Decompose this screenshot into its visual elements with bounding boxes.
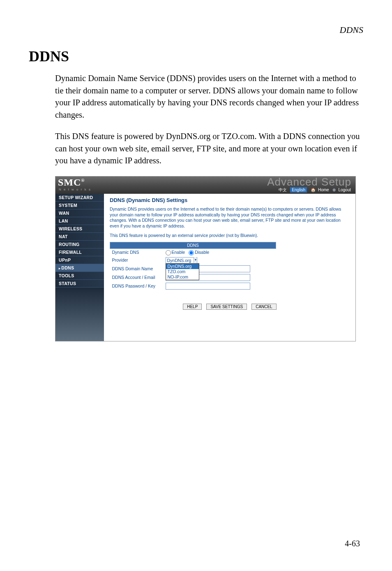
- nav-routing[interactable]: ROUTING: [55, 241, 104, 248]
- provider-option-noip[interactable]: NO-IP.com: [166, 274, 199, 280]
- provider-option-dyndns[interactable]: DynDNS.org: [166, 264, 199, 269]
- nav-wireless[interactable]: WIRELESS: [55, 225, 104, 233]
- content-note-text: This DNS feature is powered by an extern…: [110, 233, 350, 239]
- home-icon: 🏠: [311, 188, 316, 192]
- provider-selected-value: DynDNS.org: [166, 257, 198, 264]
- password-key-input[interactable]: [166, 283, 250, 290]
- nav-ddns[interactable]: DDNS: [55, 264, 104, 272]
- intro-paragraph-1: Dynamic Domain Name Service (DDNS) provi…: [55, 72, 363, 121]
- button-row: HELP SAVE SETTINGS CANCEL: [110, 304, 350, 310]
- provider-option-tzo[interactable]: TZO.com: [166, 269, 199, 274]
- disable-text: Disable: [195, 250, 209, 255]
- nav-nat[interactable]: NAT: [55, 233, 104, 241]
- enable-option[interactable]: Enable: [166, 250, 185, 255]
- brand-logo: SMC®: [58, 177, 85, 188]
- page-number: 4-63: [345, 539, 360, 548]
- running-header: DDNS: [29, 25, 363, 35]
- logout-icon: ⊗: [332, 188, 336, 192]
- nav-firewall[interactable]: FIREWALL: [55, 248, 104, 256]
- page-title: DDNS: [29, 48, 363, 65]
- lang-english-link[interactable]: English: [290, 187, 307, 193]
- nav-status[interactable]: STATUS: [55, 280, 104, 288]
- account-email-label: DDNS Account / Email: [110, 273, 164, 282]
- disable-option[interactable]: Disable: [189, 250, 209, 255]
- provider-label: Provider: [110, 256, 164, 265]
- home-link[interactable]: Home: [318, 188, 329, 192]
- nav-filler: [55, 288, 104, 341]
- nav-upnp[interactable]: UPnP: [55, 256, 104, 264]
- save-settings-button[interactable]: SAVE SETTINGS: [206, 304, 247, 310]
- nav-setup-wizard[interactable]: SETUP WIZARD: [55, 194, 104, 202]
- provider-dropdown-list: DynDNS.org TZO.com NO-IP.com: [166, 263, 199, 280]
- intro-paragraph-2: This DNS feature is powered by DynDNS.or…: [55, 130, 363, 167]
- cancel-button[interactable]: CANCEL: [251, 304, 277, 310]
- content-heading: DDNS (Dynamic DNS) Settings: [110, 197, 350, 204]
- brand-subtext: N e t w o r k s: [59, 188, 91, 191]
- sidebar-nav: SETUP WIZARD SYSTEM WAN LAN WIRELESS NAT…: [55, 194, 104, 341]
- logout-link[interactable]: Logout: [338, 188, 351, 192]
- enable-text: Enable: [172, 250, 185, 255]
- content-intro-text: Dynamic DNS provides users on the Intern…: [110, 207, 350, 229]
- router-header: SMC® N e t w o r k s Advanced Setup 中文 E…: [55, 176, 355, 194]
- content-pane: DDNS (Dynamic DNS) Settings Dynamic DNS …: [104, 194, 355, 341]
- nav-system[interactable]: SYSTEM: [55, 202, 104, 209]
- top-link-bar: 中文 English 🏠Home ⊗Logout: [277, 187, 352, 193]
- nav-wan[interactable]: WAN: [55, 209, 104, 217]
- password-key-label: DDNS Password / Key: [110, 282, 164, 290]
- help-button[interactable]: HELP: [183, 304, 202, 310]
- lang-chinese-link[interactable]: 中文: [279, 188, 287, 192]
- nav-lan[interactable]: LAN: [55, 217, 104, 225]
- ddns-settings-table: DDNS Dynamic DNS Enable Disable Provider…: [110, 242, 276, 290]
- disable-radio[interactable]: [189, 250, 194, 255]
- domain-name-label: DDNS Domain Name: [110, 265, 164, 273]
- dynamic-dns-label: Dynamic DNS: [110, 249, 164, 256]
- provider-select[interactable]: DynDNS.org DynDNS.org TZO.com NO-IP.com: [166, 257, 198, 264]
- section-title-advanced: Advanced Setup: [267, 176, 351, 188]
- brand-reg: ®: [81, 178, 85, 183]
- ddns-table-header: DDNS: [110, 242, 276, 249]
- enable-radio[interactable]: [166, 250, 171, 255]
- nav-tools[interactable]: TOOLS: [55, 272, 104, 280]
- brand-text: SMC: [58, 177, 81, 188]
- router-screenshot: SMC® N e t w o r k s Advanced Setup 中文 E…: [55, 176, 356, 341]
